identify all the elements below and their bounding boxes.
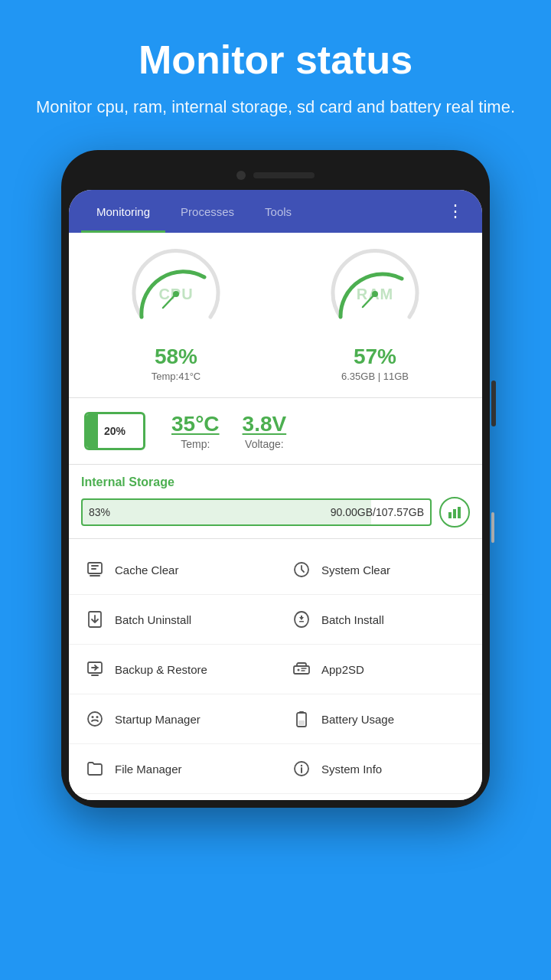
battery-percent: 20% bbox=[104, 425, 126, 437]
app2sd-icon bbox=[291, 658, 312, 680]
ram-circle: RAM bbox=[329, 248, 421, 340]
tools-grid: Cache Clear System Clear bbox=[69, 545, 482, 794]
ram-detail: 6.35GB | 11GB bbox=[341, 371, 409, 382]
storage-bar-text: 83% 90.00GB/107.57GB bbox=[89, 506, 424, 518]
cpu-temp: Temp:41°C bbox=[152, 371, 201, 382]
gauges-row: CPU 58% Temp:41°C bbox=[69, 233, 482, 398]
tool-system-clear[interactable]: System Clear bbox=[276, 545, 482, 595]
startup-manager-icon bbox=[84, 708, 106, 730]
file-manager-icon bbox=[84, 758, 106, 779]
system-clear-label: System Clear bbox=[321, 564, 390, 577]
battery-voltage-value: 3.8V bbox=[243, 412, 287, 436]
svg-rect-9 bbox=[91, 568, 96, 570]
storage-section: Internal Storage 83% 90.00GB/107.57GB bbox=[69, 465, 482, 539]
tool-backup-restore[interactable]: Backup & Restore bbox=[69, 645, 276, 694]
svg-rect-23 bbox=[298, 720, 305, 725]
tool-system-info[interactable]: System Info bbox=[276, 744, 482, 794]
battery-icon: 20% bbox=[84, 412, 153, 450]
battery-usage-icon bbox=[291, 708, 312, 730]
app2sd-label: App2SD bbox=[321, 663, 364, 676]
svg-rect-22 bbox=[299, 711, 304, 713]
svg-rect-8 bbox=[91, 565, 99, 567]
storage-chart-button[interactable] bbox=[439, 497, 470, 528]
battery-body: 20% bbox=[84, 412, 145, 450]
cache-clear-icon bbox=[84, 559, 106, 580]
battery-temp-stat: 35°C Temp: bbox=[171, 412, 220, 450]
cpu-label: CPU bbox=[158, 286, 193, 303]
svg-rect-16 bbox=[294, 666, 309, 674]
storage-percent: 83% bbox=[89, 506, 110, 518]
svg-point-20 bbox=[96, 716, 99, 718]
storage-bar: 83% 90.00GB/107.57GB bbox=[81, 498, 432, 526]
svg-rect-5 bbox=[453, 509, 456, 518]
cpu-gauge: CPU 58% Temp:41°C bbox=[77, 248, 276, 382]
svg-rect-6 bbox=[458, 507, 461, 518]
battery-voltage-stat: 3.8V Voltage: bbox=[243, 412, 287, 450]
tool-battery-usage[interactable]: Battery Usage bbox=[276, 694, 482, 744]
tool-app2sd[interactable]: App2SD bbox=[276, 645, 482, 694]
batch-uninstall-icon bbox=[84, 609, 106, 630]
battery-row: 20% 35°C Temp: 3.8V Voltage: bbox=[69, 398, 482, 465]
tool-cache-clear[interactable]: Cache Clear bbox=[69, 545, 276, 595]
svg-point-26 bbox=[301, 765, 302, 766]
svg-point-18 bbox=[88, 712, 102, 726]
storage-title: Internal Storage bbox=[81, 475, 470, 489]
battery-temp-value: 35°C bbox=[171, 412, 220, 436]
batch-uninstall-label: Batch Uninstall bbox=[115, 613, 191, 626]
tool-batch-uninstall[interactable]: Batch Uninstall bbox=[69, 595, 276, 645]
svg-rect-4 bbox=[448, 512, 452, 518]
battery-usage-label: Battery Usage bbox=[321, 713, 394, 726]
svg-rect-15 bbox=[91, 675, 99, 676]
tools-section: Cache Clear System Clear bbox=[69, 539, 482, 800]
tab-monitoring[interactable]: Monitoring bbox=[81, 190, 165, 233]
tool-startup-manager[interactable]: Startup Manager bbox=[69, 694, 276, 744]
svg-point-19 bbox=[92, 716, 94, 718]
scroll-indicator bbox=[491, 512, 494, 543]
tool-file-manager[interactable]: File Manager bbox=[69, 744, 276, 794]
cpu-percent: 58% bbox=[155, 345, 197, 369]
ram-gauge: RAM 57% 6.35GB | 11GB bbox=[276, 248, 474, 382]
backup-restore-label: Backup & Restore bbox=[115, 663, 207, 676]
phone-speaker bbox=[253, 172, 315, 178]
battery-voltage-label: Voltage: bbox=[245, 438, 284, 450]
hero-subtitle: Monitor cpu, ram, internal storage, sd c… bbox=[31, 94, 520, 119]
system-info-icon bbox=[291, 758, 312, 779]
batch-install-label: Batch Install bbox=[321, 613, 384, 626]
system-info-label: System Info bbox=[321, 763, 382, 776]
svg-rect-13 bbox=[299, 621, 304, 622]
batch-install-icon bbox=[291, 609, 312, 630]
phone-camera bbox=[236, 171, 246, 180]
startup-manager-label: Startup Manager bbox=[115, 713, 201, 726]
tab-processes[interactable]: Processes bbox=[165, 190, 249, 233]
battery-temp-label: Temp: bbox=[181, 438, 210, 450]
battery-fill bbox=[86, 414, 98, 448]
phone-screen: Monitoring Processes Tools ⋮ bbox=[69, 190, 482, 800]
app-header: Monitoring Processes Tools ⋮ bbox=[69, 190, 482, 233]
storage-bar-container: 83% 90.00GB/107.57GB bbox=[81, 497, 470, 528]
svg-rect-10 bbox=[90, 575, 100, 577]
ram-label: RAM bbox=[357, 286, 394, 303]
menu-icon[interactable]: ⋮ bbox=[441, 195, 470, 227]
app-tabs: Monitoring Processes Tools bbox=[81, 190, 441, 233]
storage-detail: 90.00GB/107.57GB bbox=[331, 506, 424, 518]
phone-frame: Monitoring Processes Tools ⋮ bbox=[61, 150, 490, 808]
hero-title: Monitor status bbox=[31, 38, 520, 82]
tab-tools[interactable]: Tools bbox=[249, 190, 307, 233]
phone-notch bbox=[69, 164, 482, 187]
phone-side-button bbox=[491, 381, 496, 426]
phone-container: Monitoring Processes Tools ⋮ bbox=[0, 142, 551, 808]
hero-section: Monitor status Monitor cpu, ram, interna… bbox=[0, 0, 551, 142]
svg-point-17 bbox=[298, 669, 300, 671]
tool-batch-install[interactable]: Batch Install bbox=[276, 595, 482, 645]
cache-clear-label: Cache Clear bbox=[115, 564, 178, 577]
ram-percent: 57% bbox=[354, 345, 396, 369]
cpu-circle: CPU bbox=[130, 248, 222, 340]
system-clear-icon bbox=[291, 559, 312, 580]
battery-stats: 35°C Temp: 3.8V Voltage: bbox=[171, 412, 286, 450]
file-manager-label: File Manager bbox=[115, 763, 182, 776]
backup-restore-icon bbox=[84, 658, 106, 680]
